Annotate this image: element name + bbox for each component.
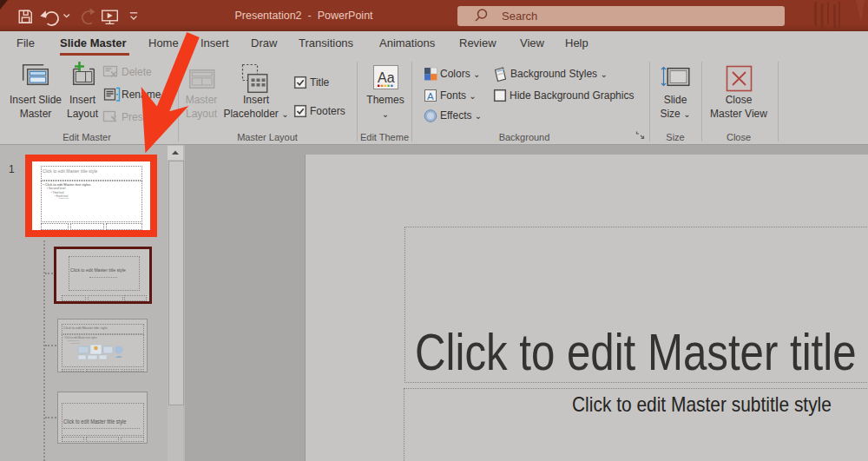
svg-text:A: A	[427, 91, 434, 102]
svg-text:Aa: Aa	[378, 70, 395, 85]
